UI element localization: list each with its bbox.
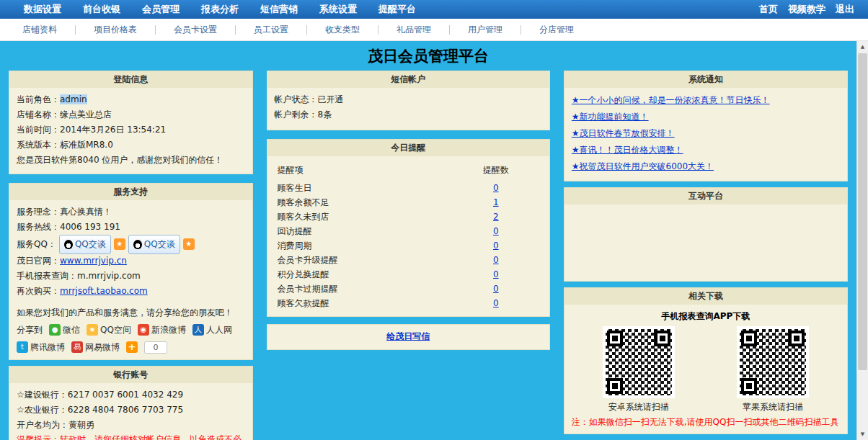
sub-nav-item-member-card-settings[interactable]: 会员卡设置 (155, 25, 235, 35)
reminder-count-link[interactable]: 1 (493, 197, 499, 207)
notice-link-4[interactable]: ★喜讯！！茂日价格大调整！ (572, 145, 683, 155)
system-version: 系统版本：标准版MR8.0 (17, 138, 245, 153)
netease-weibo-icon: 易 (71, 341, 83, 353)
share-renren-label: 人人网 (206, 323, 232, 336)
interactive-platform-title: 互动平台 (564, 188, 847, 205)
official-site-label: 茂日官网： (17, 256, 60, 266)
reminder-count-link[interactable]: 0 (493, 269, 499, 279)
scroll-down-arrow[interactable]: ▼ (857, 428, 868, 440)
top-nav-home[interactable]: 首页 (754, 3, 783, 16)
buy-again-link[interactable]: mrrjsoft.taobao.com (60, 286, 148, 296)
qq-chat-button-2[interactable]: QQ交谈 (128, 235, 180, 254)
reminder-count-link[interactable]: 0 (493, 241, 499, 251)
mobile-report-label: 手机报表查询： (17, 271, 77, 281)
top-nav-item-sms-marketing[interactable]: 短信营销 (249, 3, 309, 16)
reminder-row-card-expiry: 会员卡过期提醒0 (275, 282, 542, 296)
reminder-count-link[interactable]: 2 (493, 212, 499, 222)
reminder-label: 顾客生日 (278, 181, 453, 195)
sub-nav-item-branch-management[interactable]: 分店管理 (521, 25, 592, 35)
reminder-row-consumption-cycle: 消费周期0 (275, 238, 542, 253)
android-qr-code (603, 326, 675, 398)
sub-nav-item-gift-management[interactable]: 礼品管理 (378, 25, 449, 35)
download-note: 注：如果微信扫一扫无法下载,请使用QQ扫一扫或其他二维码扫描工具 (572, 416, 840, 428)
qq-chat-button-label: QQ交谈 (75, 237, 106, 252)
system-notice-panel: 系统通知 ★一个小小的问候，却是一份浓浓真意！节日快乐！ ★新功能提前知道！ ★… (564, 71, 848, 181)
sub-nav: 店铺资料 项目价格表 会员卡设置 员工设置 收支类型 礼品管理 用户管理 分店管… (0, 19, 868, 41)
sub-nav-item-income-expense-types[interactable]: 收支类型 (306, 25, 378, 35)
share-netease-weibo[interactable]: 易网易微博 (71, 341, 120, 354)
bank-agricultural: ☆农业银行：6228 4804 7806 7703 775 (17, 403, 245, 418)
bank-account-title: 银行账号 (9, 367, 252, 383)
scroll-up-arrow[interactable]: ▲ (857, 41, 868, 53)
scrollbar-thumb[interactable] (858, 53, 867, 370)
reminder-row-card-upgrade: 会员卡升级提醒0 (275, 253, 542, 267)
notice-link-2[interactable]: ★新功能提前知道！ (572, 112, 649, 122)
reminder-row-follow-up: 回访提醒0 (275, 224, 542, 238)
qzone-star-icon: ★ (87, 324, 98, 336)
bank-warning-1: 温馨提示：转款时，请您仔细核对帐户信息，以免造成不必要的损失！ (17, 433, 245, 440)
service-hotline: 服务热线：4006 193 191 (17, 220, 245, 235)
notice-link-1[interactable]: ★一个小小的问候，却是一份浓浓真意！节日快乐！ (572, 95, 770, 105)
top-nav-item-member-management[interactable]: 会员管理 (131, 3, 190, 16)
today-reminders-panel: 今日提醒 提醒项 提醒数 顾客生日0 顾客余额不足1 顾客久未到店2 回访提醒0… (267, 139, 550, 317)
top-nav-item-reminder-platform[interactable]: 提醒平台 (368, 3, 427, 16)
page-title: 茂日会员管理平台 (0, 41, 856, 71)
top-nav-item-data-settings[interactable]: 数据设置 (13, 3, 72, 16)
share-tencent-weibo[interactable]: t腾讯微博 (17, 341, 65, 354)
login-info-panel: 登陆信息 当前角色：admin 店铺名称：缘点美业总店 当前时间：2014年3月… (9, 71, 253, 174)
bank-construction: ☆建设银行：6217 0037 6001 4032 429 (17, 387, 245, 403)
sms-account-status: 帐户状态：已开通 (275, 92, 542, 107)
notice-link-5[interactable]: ★祝贺茂日软件用户突破6000大关！ (572, 161, 714, 171)
vertical-scrollbar[interactable]: ▲ ▼ (856, 41, 868, 440)
share-more-icon[interactable]: + (126, 341, 138, 353)
qq-chat-button-label: QQ交谈 (144, 237, 175, 252)
reminder-count-link[interactable]: 0 (493, 298, 499, 308)
reminder-count-link[interactable]: 0 (493, 255, 499, 265)
share-tip: 如果您对我们的产品和服务满意，请分享给您的朋友吧！ (17, 306, 245, 319)
reminder-row-customer-arrears: 顾客欠款提醒0 (275, 296, 542, 310)
qq-chat-button-1[interactable]: QQ交谈 (59, 235, 111, 254)
reminder-count-link[interactable]: 0 (493, 284, 499, 294)
top-nav-item-report-analysis[interactable]: 报表分析 (190, 3, 249, 16)
sub-nav-item-shop-info[interactable]: 店铺资料 (4, 25, 75, 35)
reminder-label: 回访提醒 (278, 224, 453, 238)
tencent-weibo-icon: t (17, 341, 28, 353)
system-notice-title: 系统通知 (564, 71, 847, 88)
bank-account-holder: 开户名均为：黄朝勇 (17, 418, 245, 433)
share-sina-weibo[interactable]: ◉新浪微博 (138, 323, 186, 336)
reminder-header-row: 提醒项 提醒数 (275, 161, 542, 179)
downloads-panel: 相关下载 手机报表查询APP下载 安卓系统请扫描 苹果系统请扫描 注：如果微信 (564, 287, 848, 434)
reminder-label: 消费周期 (278, 238, 453, 253)
renren-icon: 人 (192, 324, 204, 336)
notice-link-3[interactable]: ★茂日软件春节放假安排！ (572, 128, 675, 138)
reminder-label: 顾客余额不足 (278, 195, 453, 210)
welcome-message: 您是茂日软件第8040 位用户，感谢您对我们的信任！ (17, 153, 245, 168)
write-letter-link[interactable]: 给茂日写信 (386, 331, 430, 343)
left-column: 登陆信息 当前角色：admin 店铺名称：缘点美业总店 当前时间：2014年3月… (9, 71, 253, 440)
top-nav-video-tutorial[interactable]: 视频教学 (783, 3, 831, 16)
top-nav-item-front-desk-cashier[interactable]: 前台收银 (72, 3, 131, 16)
top-nav-logout[interactable]: 退出 (831, 3, 859, 16)
current-time: 当前时间：2014年3月26日 13:54:21 (17, 122, 245, 138)
share-renren[interactable]: 人人人网 (192, 323, 232, 336)
official-site-link[interactable]: www.mrrjvip.cn (60, 256, 127, 266)
reminder-count-link[interactable]: 0 (493, 183, 499, 193)
reminder-count-link[interactable]: 0 (493, 226, 499, 236)
bank-account-panel: 银行账号 ☆建设银行：6217 0037 6001 4032 429 ☆农业银行… (9, 366, 253, 440)
sub-nav-item-user-management[interactable]: 用户管理 (449, 25, 521, 35)
sub-nav-item-price-list[interactable]: 项目价格表 (75, 25, 155, 35)
share-wechat[interactable]: ●微信 (49, 323, 80, 336)
service-support-title: 服务支持 (9, 184, 252, 200)
reminder-row-long-absence: 顾客久未到店2 (275, 210, 542, 224)
ios-qr-caption: 苹果系统请扫描 (743, 400, 803, 413)
service-support-panel: 服务支持 服务理念：真心换真情！ 服务热线：4006 193 191 服务QQ：… (9, 183, 253, 360)
share-count: 0 (144, 341, 167, 354)
share-qzone-label: QQ空间 (100, 323, 131, 336)
sms-account-panel: 短信帐户 帐户状态：已开通 帐户剩余：8条 (267, 71, 550, 130)
qq-verified-icon: ★ (114, 238, 125, 250)
share-qzone[interactable]: ★QQ空间 (87, 323, 131, 336)
sub-nav-item-staff-settings[interactable]: 员工设置 (235, 25, 306, 35)
reminder-label: 顾客欠款提醒 (278, 296, 453, 310)
top-nav-item-system-settings[interactable]: 系统设置 (309, 3, 368, 16)
mobile-report-row: 手机报表查询：m.mrrjvip.com (17, 269, 245, 284)
